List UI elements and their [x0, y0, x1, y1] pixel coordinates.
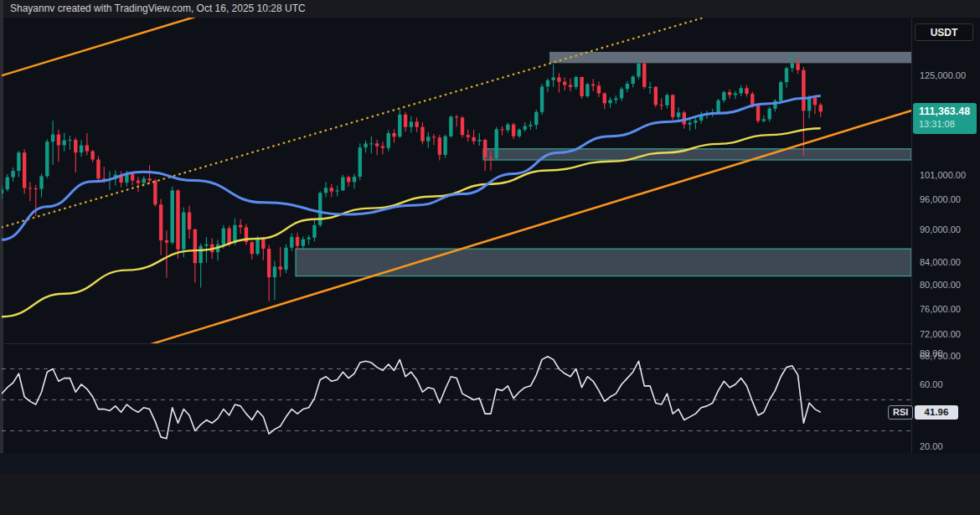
candle-body: [34, 188, 38, 189]
price-pane[interactable]: [0, 10, 921, 365]
candle-body: [335, 190, 338, 191]
rsi-tick: 20.00: [920, 440, 978, 452]
candle-body: [68, 140, 71, 141]
candle-body: [330, 188, 333, 191]
candle-body: [483, 140, 487, 157]
candle-body: [57, 135, 60, 146]
candle-body: [767, 109, 771, 120]
candle-body: [284, 248, 287, 270]
candle-body: [791, 63, 794, 68]
candle-body: [250, 242, 254, 254]
candle-body: [603, 94, 606, 104]
candle-body: [819, 105, 823, 111]
candle-body: [176, 190, 179, 249]
price-tick: 84,000.00: [920, 256, 978, 268]
footer-bar: TradingView: [0, 474, 980, 515]
time-axis[interactable]: FebMarAprMayJunJulAugSepOctNov: [0, 453, 980, 474]
candle-body: [267, 249, 271, 277]
candle-body: [569, 85, 572, 86]
candle-body: [23, 152, 26, 188]
candle-body: [273, 266, 276, 277]
rsi-tick: 80.00: [920, 348, 978, 359]
candle-body: [762, 119, 766, 121]
candle-body: [392, 133, 395, 136]
candle-body: [193, 229, 197, 263]
zone-resistance-125k[interactable]: [549, 52, 911, 63]
candle-body: [90, 152, 94, 160]
candle-body: [182, 213, 185, 250]
candle-body: [455, 116, 458, 117]
candle-body: [495, 129, 498, 158]
candle-body: [142, 178, 146, 183]
candle-body: [472, 137, 475, 142]
candle-body: [614, 98, 617, 100]
pane-separator[interactable]: [0, 343, 911, 344]
candle-body: [665, 95, 668, 105]
candle-body: [0, 189, 3, 193]
candle-body: [307, 238, 310, 239]
candle-body: [461, 117, 464, 135]
candle-body: [369, 143, 373, 144]
candle-body: [585, 84, 589, 95]
candle-body: [540, 86, 544, 111]
candle-body: [597, 85, 601, 93]
candle-body: [443, 136, 446, 155]
price-tick: 72,000.00: [920, 328, 978, 340]
candle-body: [740, 88, 743, 93]
candle-body: [74, 140, 77, 152]
candle-body: [750, 94, 754, 106]
price-tick: 90,000.00: [920, 224, 978, 235]
candle-body: [171, 190, 174, 242]
candle-body: [529, 125, 532, 126]
candle-body: [648, 87, 652, 88]
price-chart-canvas[interactable]: [0, 0, 980, 515]
candle-body: [654, 87, 658, 105]
price-tick: 96,000.00: [920, 193, 978, 205]
candle-body: [147, 178, 151, 180]
rsi-value-badge: 41.96: [915, 405, 958, 420]
trendline-channel-upper[interactable]: [0, 15, 201, 79]
candle-body: [575, 77, 578, 87]
candle-body: [96, 159, 100, 178]
candle-body: [410, 121, 413, 126]
candle-body: [404, 115, 407, 127]
candle-body: [290, 237, 293, 248]
candle-body: [39, 176, 43, 188]
candle-body: [722, 92, 725, 100]
candle-body: [137, 181, 140, 183]
price-tick: 125,000.00: [920, 70, 978, 81]
candle-body: [796, 63, 799, 70]
trendline-channel-lower[interactable]: [84, 107, 921, 364]
candle-body: [671, 95, 674, 116]
candle-body: [261, 238, 265, 249]
rsi-pane[interactable]: [2, 357, 911, 439]
currency-label: USDT: [931, 27, 958, 39]
candle-body: [341, 178, 344, 191]
candle-body: [659, 105, 663, 106]
candle-body: [688, 123, 691, 125]
candle-body: [11, 171, 14, 177]
price-axis[interactable]: 125,000.00117,000.00101,000.0096,000.009…: [911, 18, 980, 453]
candle-body: [785, 68, 788, 82]
rsi-value-text: 41.96: [925, 407, 949, 417]
candle-body: [279, 266, 282, 270]
candle-body: [477, 140, 481, 142]
candle-body: [17, 152, 20, 171]
candle-body: [467, 135, 470, 137]
candle-body: [426, 136, 430, 141]
candle-body: [375, 143, 379, 146]
candle-body: [80, 145, 83, 152]
price-tick: 76,000.00: [920, 303, 978, 315]
currency-chip[interactable]: USDT: [915, 23, 973, 41]
candle-body: [506, 125, 509, 131]
candle-body: [432, 136, 436, 137]
candle-body: [642, 64, 646, 87]
bar-countdown: 13:31:08: [919, 118, 977, 130]
candle-body: [85, 145, 89, 151]
price-tick: 80,000.00: [920, 279, 978, 291]
candle-body: [353, 177, 356, 182]
candle-body: [159, 204, 162, 240]
candle-body: [302, 239, 305, 246]
candle-body: [324, 188, 328, 193]
candle-body: [734, 94, 737, 95]
